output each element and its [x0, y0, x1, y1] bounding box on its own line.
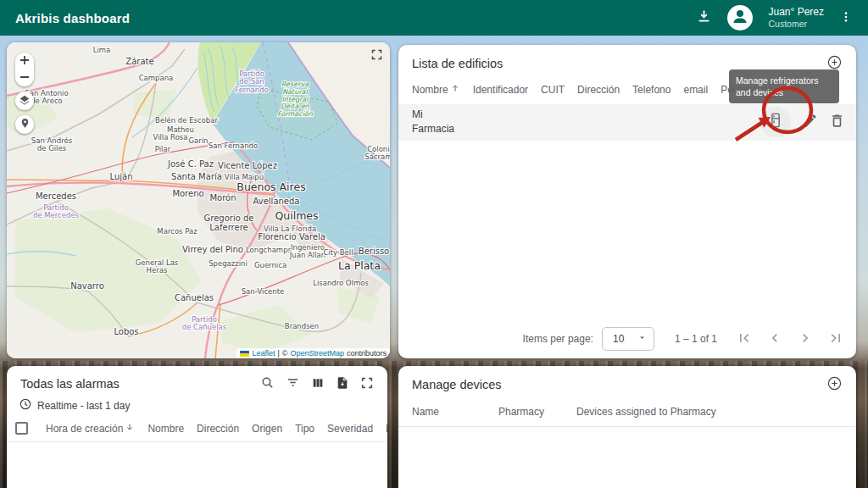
map-attribution: Leaflet | © OpenStreetMap contributors	[236, 348, 390, 358]
user-icon	[730, 6, 750, 30]
map-place-label: Garín	[188, 136, 208, 145]
fullscreen-icon	[360, 376, 374, 392]
column-header-pharmacy[interactable]: Pharmacy	[498, 406, 576, 418]
column-label: Hora de creación	[46, 423, 123, 435]
app-bar: Akribis dashboard Juan° Perez Customer	[0, 0, 868, 36]
column-header-direccion-alarm[interactable]: Dirección	[197, 423, 239, 435]
export-button[interactable]	[336, 376, 349, 392]
column-header-devices-assigned[interactable]: Devices assigned to Pharmacy	[576, 406, 716, 418]
map-place-label: IngenieroJuan Allan	[289, 243, 326, 259]
more-menu-button[interactable]	[839, 9, 853, 27]
column-header-nombre-alarm[interactable]: Nombre	[147, 423, 184, 435]
first-page-button[interactable]	[736, 330, 753, 349]
column-label: Identificador	[473, 84, 528, 96]
column-header-identificador[interactable]: Identificador	[473, 84, 528, 96]
column-header-nombre[interactable]: Nombre	[412, 83, 460, 96]
map-place-label: City Bell	[323, 248, 353, 257]
map-layers-button[interactable]	[15, 92, 34, 110]
contributors-label: contributors	[347, 349, 387, 358]
column-header-estado[interactable]: Estado	[386, 423, 387, 435]
alarms-panel-title: Todas las alarmas	[20, 377, 120, 391]
column-header-telefono[interactable]: Telefono	[632, 84, 670, 96]
zoom-in-button[interactable]	[15, 53, 34, 69]
osm-link[interactable]: OpenStreetMap	[290, 349, 344, 358]
leaflet-link[interactable]: Leaflet	[252, 349, 275, 358]
delete-building-button[interactable]	[829, 113, 845, 131]
map-place-label: Berisso	[359, 247, 389, 256]
map-fullscreen-button[interactable]	[368, 47, 385, 64]
column-header-email[interactable]: email	[683, 84, 708, 96]
edit-building-button[interactable]	[802, 113, 818, 131]
map-place-label: Pilar	[155, 145, 171, 153]
map-place-label: Avellaneda	[253, 197, 300, 206]
column-label: Origen	[252, 423, 282, 435]
sort-desc-icon	[125, 422, 135, 435]
add-device-button[interactable]	[826, 375, 843, 394]
app-bar-actions: Juan° Perez Customer	[696, 5, 853, 30]
search-button[interactable]	[260, 375, 275, 392]
trash-icon	[829, 113, 845, 131]
page-range-label: 1 – 1 of 1	[675, 333, 717, 345]
copyright-symbol: ©	[282, 349, 288, 358]
location-marker-icon	[19, 118, 31, 131]
column-label: Telefono	[632, 84, 670, 96]
buildings-panel-title: Lista de edificios	[412, 57, 503, 70]
pagination: Items per page: 10 1 – 1 of 1	[523, 327, 844, 351]
map-place-label: Partidode SanFernando	[235, 69, 269, 94]
map-place-label: Mercedes	[36, 191, 76, 201]
map-marker-button[interactable]	[15, 115, 34, 134]
items-per-page-select[interactable]: 10	[602, 327, 654, 351]
column-label: Nombre	[412, 84, 448, 96]
filter-icon	[286, 375, 300, 392]
download-button[interactable]	[696, 8, 712, 27]
map-place-label: Marcos Paz	[157, 227, 198, 236]
column-header-origen[interactable]: Origen	[252, 423, 282, 435]
column-header-cuit[interactable]: CUIT	[541, 84, 565, 96]
download-icon	[696, 8, 712, 27]
alarms-time-window[interactable]: Realtime - last 1 day	[7, 397, 387, 413]
map-place-label: Lisandro Olmos	[313, 279, 369, 287]
filter-button[interactable]	[286, 375, 300, 392]
user-info: Juan° Perez Customer	[768, 6, 824, 30]
avatar[interactable]	[727, 5, 753, 30]
fullscreen-icon	[370, 48, 383, 64]
refrigerator-icon	[767, 112, 784, 132]
last-page-button[interactable]	[827, 330, 844, 349]
column-header-direccion[interactable]: Dirección	[577, 84, 620, 96]
map-place-label: ColoniaSacrame	[364, 145, 390, 161]
devices-column-headers: Name Pharmacy Devices assigned to Pharma…	[398, 399, 856, 426]
map-place-label: Quilmes	[275, 209, 318, 222]
row-actions	[760, 107, 845, 137]
app-title: Akribis dashboard	[15, 11, 130, 25]
next-page-button[interactable]	[797, 330, 814, 349]
map-place-label: Lima	[93, 46, 111, 54]
column-header-name[interactable]: Name	[412, 406, 498, 418]
column-header-tipo[interactable]: Tipo	[295, 423, 314, 435]
map-place-label: Virrey del Pino	[182, 245, 243, 254]
map-place-label: Lobos	[114, 327, 138, 336]
map-place-label: San Fernando	[209, 141, 258, 150]
map-panel: LimaZárateCampanaSan Antoniode ArecoSan …	[7, 42, 390, 358]
map-place-label: Belén de Escobar	[155, 116, 218, 125]
alarms-fullscreen-button[interactable]	[360, 376, 374, 392]
search-icon	[260, 375, 275, 392]
table-row[interactable]: Mi Farmacia	[398, 104, 856, 141]
clock-icon	[19, 397, 32, 413]
select-all-checkbox[interactable]	[15, 422, 28, 435]
columns-button[interactable]	[311, 376, 325, 392]
prev-page-button[interactable]	[766, 330, 783, 349]
column-header-hora[interactable]: Hora de creación	[46, 422, 135, 435]
map-place-label: San Vicente	[242, 287, 285, 296]
manage-refrigerators-button[interactable]	[760, 107, 791, 137]
zoom-out-button[interactable]	[15, 69, 34, 86]
column-label: email	[683, 84, 708, 96]
devices-panel: Manage devices Name Pharmacy Devices ass…	[398, 366, 856, 488]
items-per-page-label: Items per page:	[523, 333, 593, 345]
map-place-label: Zárate	[125, 57, 153, 66]
column-label: Dirección	[577, 84, 620, 96]
buildings-panel: Lista de edificios Nombre Identificador …	[398, 45, 856, 358]
devices-panel-title: Manage devices	[412, 378, 502, 391]
chevron-left-icon	[766, 330, 783, 349]
map-canvas[interactable]: LimaZárateCampanaSan Antoniode ArecoSan …	[7, 42, 390, 358]
column-header-severidad[interactable]: Severidad	[327, 423, 373, 435]
